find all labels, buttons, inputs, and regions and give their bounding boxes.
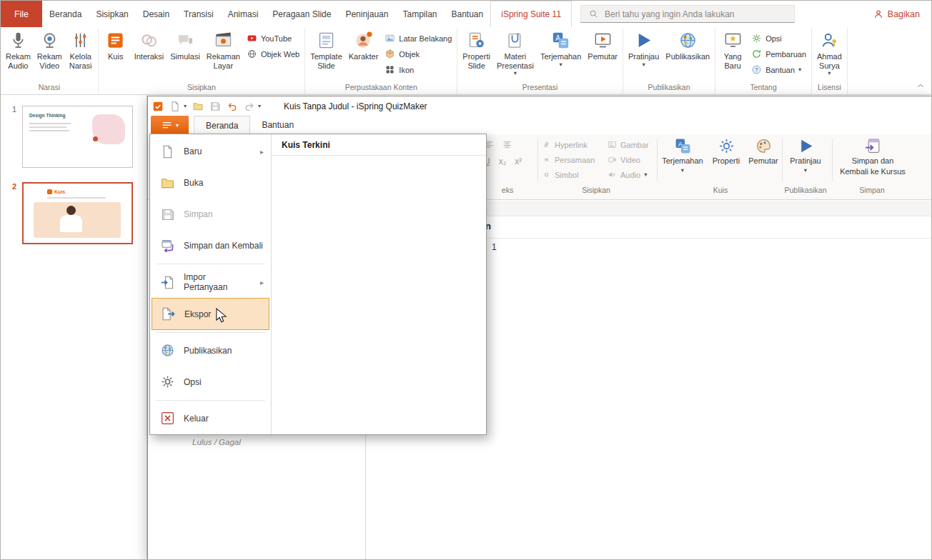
ribbon-button-terjemahan[interactable]: ATerjemahan▾ [537, 28, 584, 67]
ribbon-button-kuis[interactable]: Kuis [101, 28, 131, 61]
ribbon-button-latar-belakang-label: Latar Belakang [399, 34, 452, 43]
qm-save-return-course-button[interactable]: Simpan dan Kembali ke Kursus [836, 137, 910, 176]
tab-ispring-suite[interactable]: iSpring Suite 11 [490, 1, 572, 27]
align-center-icon[interactable] [502, 139, 512, 150]
play-icon [797, 137, 815, 155]
qm-tab-bantuan[interactable]: Bantuan [250, 116, 305, 134]
ribbon-button-pratinjau[interactable]: Pratinjau▾ [625, 28, 662, 67]
ribbon-button-rekaman-layar[interactable]: RekamanLayar [204, 28, 243, 70]
equation-icon: π [542, 155, 551, 164]
ribbon-button-pembaruan[interactable]: Pembaruan [751, 49, 806, 59]
ribbon-button-simulasi-label: Simulasi [170, 52, 200, 61]
pass-fail-slide-label[interactable]: Lulus / Gagal [192, 438, 241, 446]
ribbon-button-pratinjau-label: Pratinjau▾ [628, 52, 659, 67]
qat-customize-button[interactable]: ▾ [258, 103, 261, 109]
ribbon-button-pemutar[interactable]: Pemutar [585, 28, 620, 61]
ribbon-button-youtube[interactable]: YouTube [247, 33, 299, 44]
object3d-icon [385, 49, 395, 59]
search-placeholder: Beri tahu yang ingin Anda lakukan [605, 9, 734, 19]
qm-properties-button[interactable]: Properti [708, 137, 745, 166]
ribbon-button-ahmad-surya-label: AhmadSurya▾ [817, 52, 842, 76]
tab-bantuan[interactable]: Bantuan [445, 1, 491, 27]
ribbon-button-publikasikan[interactable]: Publikasikan [663, 28, 713, 61]
menu-item-ekspor[interactable]: Ekspor [152, 298, 269, 329]
qm-player-button[interactable]: Pemutar [745, 137, 781, 166]
ribbon-button-properti-slide[interactable]: PropertiSlide [460, 28, 493, 70]
ribbon-button-objek-web-label: Objek Web [261, 50, 299, 59]
qm-preview-button[interactable]: Pratinjau ▾ [785, 137, 826, 173]
menu-item-label: Baru [184, 146, 202, 156]
ribbon-button-rekam-audio[interactable]: RekamAudio [3, 28, 34, 70]
gear-dark-icon [160, 374, 175, 389]
ribbon-search-input[interactable]: Beri tahu yang ingin Anda lakukan [580, 5, 795, 23]
qm-insert-col2: Gambar Video Audio ▾ [608, 137, 649, 182]
translate-icon: A [551, 31, 570, 50]
tab-file[interactable]: File [1, 1, 42, 27]
tab-animasi[interactable]: Animasi [221, 1, 266, 27]
menu-item-impor-pertanyaan[interactable]: Impor Pertanyaan▸ [152, 266, 269, 298]
tab-transisi[interactable]: Transisi [177, 1, 221, 27]
ribbon-collapse-button[interactable] [916, 81, 926, 94]
menu-item-keluar[interactable]: Keluar [152, 403, 269, 434]
exit-icon [160, 411, 175, 426]
tab-sisipkan[interactable]: Sisipkan [89, 1, 135, 27]
menu-item-buka[interactable]: Buka [152, 167, 269, 199]
ribbon-button-objek-web[interactable]: Objek Web [247, 49, 299, 59]
ribbon-button-latar-belakang[interactable]: Latar Belakang [385, 33, 452, 44]
publishglobe-icon [678, 31, 698, 50]
share-button[interactable]: Bagikan [861, 1, 931, 27]
qm-translate-button[interactable]: A Terjemahan ▾ [660, 137, 705, 173]
slide-2-thumbnail[interactable]: Kuis [22, 182, 133, 244]
ribbon-button-yang-baru[interactable]: YangBaru [718, 28, 748, 70]
qm-tab-beranda[interactable]: Beranda [194, 116, 250, 135]
qm-insert-col1: Hyperlink π Persamaan Ω Simbol [542, 137, 595, 182]
audio-icon [608, 170, 617, 179]
qm-file-menu-button[interactable]: ▾ [151, 116, 189, 134]
ribbon-button-interaksi[interactable]: Interaksi [132, 28, 167, 61]
ribbon-button-materi-presentasi-label: MateriPresentasi▾ [497, 52, 534, 76]
thumb-subtitle-line [47, 197, 106, 199]
qat-new-dropdown-icon[interactable]: ▾ [184, 103, 187, 109]
ribbon-button-objek[interactable]: Objek [385, 49, 452, 59]
ribbon-button-simulasi[interactable]: Simulasi [167, 28, 203, 61]
qat-new-button[interactable] [169, 101, 181, 112]
chevron-down-icon: ▾ [828, 70, 831, 76]
tab-beranda[interactable]: Beranda [42, 1, 89, 27]
tab-tampilan[interactable]: Tampilan [395, 1, 444, 27]
ribbon-button-materi-presentasi[interactable]: MateriPresentasi▾ [494, 28, 537, 76]
palette-icon [755, 137, 773, 155]
slide-1-thumbnail[interactable]: Design Thinking [22, 106, 133, 168]
ribbon-button-ikon-label: Ikon [399, 66, 414, 74]
submenu-arrow-icon: ▸ [260, 279, 264, 286]
symbol-button: Ω Simbol [542, 167, 595, 182]
ribbon-button-kelola-narasi[interactable]: KelolaNarasi [66, 28, 96, 70]
ribbon-button-ahmad-surya[interactable]: AhmadSurya▾ [814, 28, 845, 76]
menu-icon [161, 119, 173, 131]
ribbon-group-sisipkan: KuisInteraksiSimulasiRekamanLayarYouTube… [99, 27, 305, 94]
video-label: Video [620, 156, 640, 164]
equation-button: π Persamaan [542, 152, 595, 167]
subscript-button[interactable]: x₂ [499, 156, 507, 166]
ribbon-button-rekam-video[interactable]: RekamVideo [34, 28, 65, 70]
ribbon-button-opsi[interactable]: Opsi [751, 33, 806, 44]
gear-icon [718, 137, 735, 155]
ribbon-button-ikon[interactable]: Ikon [385, 64, 452, 75]
ribbon-button-bantuan[interactable]: ?Bantuan▾ [751, 64, 806, 75]
qat-open-button[interactable] [192, 101, 204, 112]
qat-undo-button[interactable] [227, 101, 238, 112]
qm-menubar: ▾ BerandaBantuan [148, 116, 932, 134]
menu-item-baru[interactable]: Baru▸ [152, 136, 269, 167]
superscript-button[interactable]: x² [515, 156, 522, 166]
tab-desain[interactable]: Desain [136, 1, 177, 27]
tab-peragaan-slide[interactable]: Peragaan Slide [265, 1, 338, 27]
group-label-simpan: Simpan [834, 186, 910, 194]
ribbon-button-template-slide[interactable]: TemplateSlide [307, 28, 345, 70]
menu-item-opsi[interactable]: Opsi [152, 366, 269, 398]
quizmaker-window: ▾ ▾ Kuis Tanpa Judul - iSpring QuizMaker… [147, 96, 932, 560]
ribbon-button-karakter[interactable]: Karakter [346, 28, 382, 61]
menu-item-publikasikan[interactable]: Publikasikan [152, 335, 269, 366]
youtube-icon [247, 33, 257, 44]
screen: File BerandaSisipkanDesainTransisiAnimas… [0, 0, 932, 560]
menu-item-simpan-dan-kembali[interactable]: Simpan dan Kembali [152, 230, 269, 261]
tab-peninjauan[interactable]: Peninjauan [338, 1, 395, 27]
